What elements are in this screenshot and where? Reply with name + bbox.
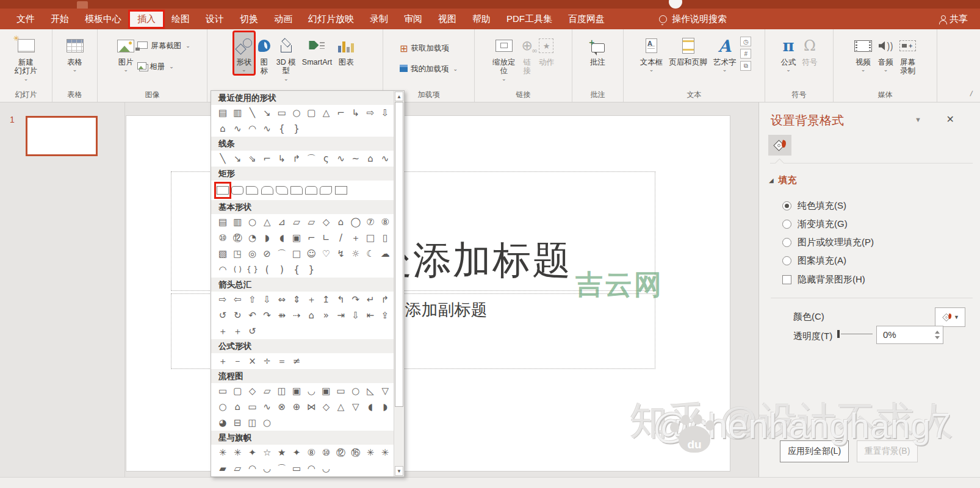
shape-item[interactable]: △ xyxy=(319,106,333,120)
shape-item[interactable]: ＝ xyxy=(275,354,289,368)
ribbon-button-图表[interactable]: 图表 xyxy=(336,32,356,68)
menu-tab-录制[interactable]: 录制 xyxy=(362,11,396,27)
fill-option-3[interactable]: 图片或纹理填充(P) xyxy=(782,237,874,248)
shape-item[interactable]: ◠ xyxy=(215,262,230,277)
shape-item[interactable]: ＋ xyxy=(230,324,245,339)
shape-item[interactable]: ⊕ xyxy=(289,400,304,414)
shape-item[interactable]: ÷ xyxy=(260,354,275,368)
shape-item-rectangle[interactable] xyxy=(215,183,230,198)
shape-item[interactable]: ☺ xyxy=(304,246,319,261)
shape-item[interactable]: ◫ xyxy=(245,415,259,430)
shape-item[interactable]: ∿ xyxy=(260,121,275,136)
object-icon[interactable]: ⧉ xyxy=(740,61,751,71)
shape-item[interactable]: ∿ xyxy=(334,151,348,166)
menu-tab-绘图[interactable]: 绘图 xyxy=(164,11,198,27)
shape-item[interactable]: ○ xyxy=(245,215,259,229)
ribbon-button-相册[interactable]: 相册⌄ xyxy=(137,59,190,74)
shape-item[interactable]: ◳ xyxy=(230,246,245,261)
ribbon-collapse-handle[interactable]: / xyxy=(970,89,973,98)
shape-item[interactable]: ＋ xyxy=(215,324,230,339)
shape-item[interactable]: ⇤ xyxy=(363,308,378,323)
shape-item[interactable]: ↵ xyxy=(363,292,378,307)
shape-item[interactable]: ⇦ xyxy=(230,292,245,307)
shape-item[interactable]: ↱ xyxy=(378,292,392,307)
shape-item[interactable]: ⌂ xyxy=(230,400,245,414)
shape-item[interactable]: ○ xyxy=(289,106,304,120)
shape-item-rectangle[interactable] xyxy=(245,183,259,198)
shape-item[interactable]: ▢ xyxy=(304,106,319,120)
shape-item[interactable]: } xyxy=(289,121,304,136)
shape-item[interactable]: ↘ xyxy=(260,106,275,120)
transparency-slider-thumb[interactable] xyxy=(837,330,840,338)
shape-item[interactable]: ◇ xyxy=(245,384,259,398)
ribbon-button-批注[interactable]: ＋批注 xyxy=(588,32,608,68)
shape-item[interactable]: ↷ xyxy=(260,308,275,323)
shape-item[interactable]: ◺ xyxy=(363,384,378,398)
ribbon-button-图标[interactable]: 图 标 xyxy=(256,32,273,77)
shape-item[interactable]: ⇩ xyxy=(348,308,363,323)
shape-item[interactable]: △ xyxy=(334,400,348,414)
checkbox-icon[interactable] xyxy=(782,275,791,284)
shape-item[interactable]: ⌂ xyxy=(363,151,378,166)
shape-item[interactable]: ⇧ xyxy=(245,292,259,307)
spin-up-icon[interactable] xyxy=(935,331,940,334)
shape-item[interactable]: ＋ xyxy=(304,292,319,307)
shape-item-rectangle[interactable] xyxy=(230,183,245,198)
shape-item[interactable]: ⌂ xyxy=(215,121,230,136)
menu-tab-模板中心[interactable]: 模板中心 xyxy=(77,11,129,27)
shape-item[interactable]: ✦ xyxy=(289,445,304,460)
shape-item[interactable]: ⇩ xyxy=(260,292,275,307)
ribbon-button-艺术字[interactable]: A艺术字⌄ xyxy=(711,32,739,74)
shape-item[interactable]: ↳ xyxy=(275,151,289,166)
shape-item[interactable]: ▽ xyxy=(378,384,392,398)
shape-item[interactable]: ↷ xyxy=(348,292,363,307)
shape-item[interactable]: ▱ xyxy=(230,461,245,476)
shape-item[interactable]: ▣ xyxy=(289,384,304,398)
shape-item[interactable]: ▤ xyxy=(215,215,230,229)
shape-item[interactable]: ( xyxy=(260,262,275,277)
shape-item[interactable]: ⇘ xyxy=(245,151,259,166)
shape-item[interactable]: ☼ xyxy=(348,246,363,261)
shape-item[interactable]: ⇨ xyxy=(215,292,230,307)
shape-item[interactable]: ↘ xyxy=(230,151,245,166)
shape-item[interactable]: ⇕ xyxy=(289,292,304,307)
shape-item[interactable]: ◕ xyxy=(215,415,230,430)
shape-item[interactable]: △ xyxy=(260,215,275,229)
shape-item[interactable]: ⊘ xyxy=(260,246,275,261)
scroll-thumb[interactable] xyxy=(395,102,403,407)
shape-item-rectangle[interactable] xyxy=(275,183,289,198)
shape-item[interactable]: ∿ xyxy=(260,400,275,414)
ribbon-button-新建幻灯片[interactable]: ✳新建 幻灯片⌄ xyxy=(12,32,40,84)
menu-tab-开始[interactable]: 开始 xyxy=(43,11,77,27)
shape-item[interactable]: ↥ xyxy=(319,292,333,307)
shape-item[interactable]: ▭ xyxy=(289,461,304,476)
shape-item[interactable]: □ xyxy=(363,231,378,245)
shape-item[interactable]: ▽ xyxy=(348,400,363,414)
shape-item[interactable]: ⑯ xyxy=(348,445,363,460)
shape-item[interactable]: ◗ xyxy=(378,400,392,414)
shape-item[interactable]: ⌂ xyxy=(304,308,319,323)
menu-tab-PDF工具集[interactable]: PDF工具集 xyxy=(499,11,560,27)
shape-item[interactable]: { xyxy=(275,121,289,136)
shape-item[interactable]: ★ xyxy=(275,445,289,460)
menu-tab-幻灯片放映[interactable]: 幻灯片放映 xyxy=(300,11,362,27)
ribbon-button-视频[interactable]: 视频⌄ xyxy=(852,32,874,74)
shape-item[interactable]: ∿ xyxy=(230,121,245,136)
shape-item[interactable]: ▰ xyxy=(215,461,230,476)
shape-item[interactable]: ◡ xyxy=(260,461,275,476)
shape-item[interactable]: ✳ xyxy=(378,445,392,460)
shape-item[interactable]: × xyxy=(245,354,259,368)
shape-item[interactable]: / xyxy=(334,231,348,245)
shape-item[interactable]: ◖ xyxy=(275,231,289,245)
shape-item[interactable]: ⌒ xyxy=(275,461,289,476)
shape-item[interactable]: ▯ xyxy=(378,231,392,245)
ribbon-button-3D 模型[interactable]: 3D 模 型⌄ xyxy=(274,32,298,84)
tell-me-search[interactable]: 操作说明搜索 xyxy=(672,13,727,25)
shape-item[interactable]: ⑩ xyxy=(215,231,230,245)
ribbon-button-屏幕截图[interactable]: 屏幕截图⌄ xyxy=(137,38,190,54)
shape-item[interactable]: ▭ xyxy=(334,384,348,398)
scroll-down-button[interactable]: ▼ xyxy=(395,466,403,476)
shape-item[interactable]: } xyxy=(304,262,319,277)
shape-item[interactable]: ↳ xyxy=(348,106,363,120)
shape-item[interactable]: ↱ xyxy=(289,151,304,166)
